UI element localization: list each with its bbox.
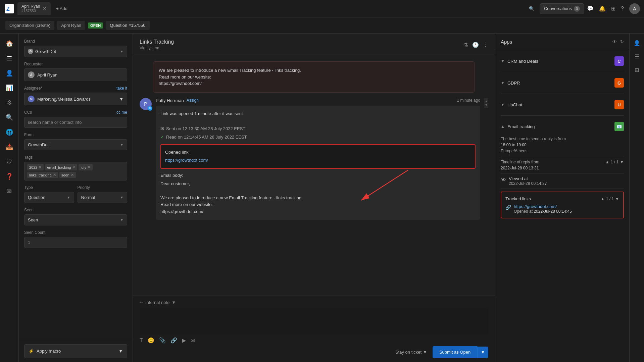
tag-july-remove[interactable]: ✕ — [88, 165, 91, 169]
type-select[interactable]: Question ▼ — [24, 192, 74, 203]
check-icon: ✓ — [160, 134, 164, 141]
tracked-link-url[interactable]: https://growthdot.com/ — [514, 204, 572, 209]
assignee-label: Assignee* — [24, 86, 42, 91]
app-gdpr-header[interactable]: ▼ GDPR G — [501, 76, 624, 90]
breadcrumb-org[interactable]: Organization (create) — [5, 21, 54, 30]
system-msg-text2: Read more on our website: — [159, 74, 469, 81]
take-it-link[interactable]: take it — [116, 86, 127, 91]
tag-seen-remove[interactable]: ✕ — [71, 173, 74, 177]
apply-macro-button[interactable]: ⚡ Apply macro ▼ — [24, 344, 127, 358]
user-avatar[interactable]: A — [629, 3, 640, 14]
submit-button[interactable]: Submit as Open — [433, 346, 477, 358]
nav-home-icon[interactable]: 🏠 — [3, 38, 15, 50]
ccs-input[interactable]: search name or contact info — [24, 117, 127, 128]
right-user-icon[interactable]: 👤 — [632, 38, 642, 48]
attach-icon[interactable]: 📎 — [159, 337, 166, 344]
type-field-group: Type Question ▼ — [24, 185, 74, 203]
submit-arrow-button[interactable]: ▼ — [477, 347, 488, 358]
app-upchat-header[interactable]: ▼ UpChat U — [501, 98, 624, 111]
nav-globe-icon[interactable]: 🌐 — [3, 126, 15, 138]
tracked-links-up-icon[interactable]: ▲ — [601, 197, 605, 201]
timeline-up-icon[interactable]: ▲ — [605, 160, 609, 164]
tags-label: Tags — [24, 155, 127, 160]
text-format-icon[interactable]: T — [140, 338, 143, 344]
history-icon[interactable]: 🕐 — [472, 42, 479, 48]
search-icon[interactable]: 🔍 — [526, 3, 537, 14]
tag-2022-remove[interactable]: ✕ — [39, 165, 42, 169]
right-icon-bar: 👤 ☰ ⊞ — [629, 34, 644, 362]
app-logo[interactable]: Z — [4, 3, 15, 14]
status-badge: OPEN — [88, 22, 103, 29]
mail-format-icon[interactable]: ✉ — [191, 337, 195, 344]
seen-count-value[interactable]: 1 — [24, 237, 127, 248]
nav-inbox-icon[interactable]: 📥 — [3, 141, 15, 153]
link-icon[interactable]: 🔗 — [170, 337, 177, 344]
requester-field[interactable]: A April Ryan — [24, 68, 127, 81]
form-select[interactable]: GrowthDot ▼ — [24, 139, 127, 150]
nav-help2-icon[interactable]: ❓ — [3, 170, 15, 183]
timeline-down-icon[interactable]: ▼ — [620, 160, 624, 164]
tracked-links-section: Tracked links ▲ 1 / 1 ▼ 🔗 https://growth… — [501, 192, 624, 218]
edit-icon: ✏ — [140, 300, 143, 305]
nav-search-icon[interactable]: 🔍 — [3, 111, 15, 123]
assign-link[interactable]: Assign — [187, 98, 199, 103]
active-tab[interactable]: April Ryan #157550 ✕ — [17, 2, 51, 15]
form-value: GrowthDot — [28, 142, 49, 147]
nav-mail-icon[interactable]: ✉ — [3, 185, 15, 197]
emoji-icon[interactable]: 😊 — [148, 337, 154, 344]
viewed-time: 2022-Jul-28 00:14:27 — [509, 181, 547, 186]
message-time: 1 minute ago — [457, 98, 480, 103]
email-body-text3: https://growthdot.com/ — [160, 208, 476, 215]
app-gdpr-left: ▼ GDPR — [501, 81, 520, 86]
app-email-tracking-header[interactable]: ▲ Email tracking 📧 — [501, 120, 624, 133]
brand-select[interactable]: G GrowthDot ▼ — [24, 46, 127, 57]
breadcrumb-ticket[interactable]: Question #157550 — [106, 21, 149, 30]
scroll-up-icon[interactable]: ▲ — [485, 99, 488, 103]
right-grid-icon[interactable]: ⊞ — [632, 64, 642, 75]
stay-on-ticket-option[interactable]: Stay on ticket ▼ — [395, 350, 427, 355]
tag-email-tracking-remove[interactable]: ✕ — [72, 165, 75, 169]
help-icon[interactable]: ? — [621, 6, 624, 12]
bell-icon[interactable]: 🔔 — [599, 5, 606, 12]
opened-link-url[interactable]: https://growthdot.com/ — [165, 157, 471, 164]
nav-contacts-icon[interactable]: 👤 — [3, 67, 15, 79]
tracking-divider3 — [501, 189, 624, 189]
brand-icon: G — [28, 49, 33, 54]
breadcrumb-person[interactable]: April Ryan — [57, 21, 85, 30]
reply-type-selector[interactable]: ✏ Internal note ▼ — [140, 300, 488, 305]
more-icon[interactable]: ⋮ — [483, 42, 488, 48]
app-crm-header[interactable]: ▼ CRM and Deals C — [501, 54, 624, 68]
tracked-links-down-icon[interactable]: ▼ — [615, 197, 619, 201]
reply-editor[interactable] — [140, 308, 488, 334]
assignee-select[interactable]: M Marketing/Melissa Edwards ▼ — [24, 93, 127, 105]
nav-tickets-icon[interactable]: ☰ — [3, 52, 15, 64]
chat-icon[interactable]: 💬 — [587, 5, 594, 12]
ccs-label-row: CCs cc me — [24, 110, 127, 115]
macro-arrow-icon: ▼ — [118, 349, 123, 354]
conversation-header-actions: ⚗ 🕐 ⋮ — [463, 42, 488, 48]
right-list-icon[interactable]: ☰ — [632, 51, 642, 62]
msg-read-row: ✓ Read on 12:14:45 AM 28 July 2022 EEST — [160, 134, 476, 141]
tag-seen: seen ✕ — [59, 172, 76, 178]
nav-shield-icon[interactable]: 🛡 — [3, 156, 15, 168]
timeline-value: 2022-Jul-28 00:13:31 — [501, 166, 624, 170]
priority-select[interactable]: Normal ▼ — [78, 192, 128, 203]
add-button[interactable]: + Add — [53, 5, 70, 12]
tab-close-icon[interactable]: ✕ — [43, 6, 47, 11]
seen-select[interactable]: Seen ▼ — [24, 214, 127, 225]
priority-field-group: Priority Normal ▼ — [78, 185, 128, 203]
msg-sent: Sent on 12:13:30 AM 28 July 2022 EEST — [166, 125, 245, 133]
nav-settings-icon[interactable]: ⚙ — [3, 97, 15, 109]
filter-icon[interactable]: ⚗ — [463, 42, 468, 48]
nav-reports-icon[interactable]: 📊 — [3, 82, 15, 94]
tag-links-tracking-remove[interactable]: ✕ — [53, 173, 56, 177]
apply-macro-section: ⚡ Apply macro ▼ — [19, 340, 133, 362]
eye-header-icon[interactable]: 👁 — [612, 39, 617, 44]
video-icon[interactable]: ▶ — [182, 337, 186, 344]
refresh-icon[interactable]: ↻ — [620, 39, 624, 44]
conversations-button[interactable]: Conversations 0 — [540, 3, 584, 14]
grid-icon[interactable]: ⊞ — [611, 5, 615, 12]
cc-me-link[interactable]: cc me — [116, 110, 127, 115]
scroll-down-icon[interactable]: ▼ — [485, 103, 488, 107]
seen-field-group: Seen Seen ▼ — [24, 208, 127, 225]
